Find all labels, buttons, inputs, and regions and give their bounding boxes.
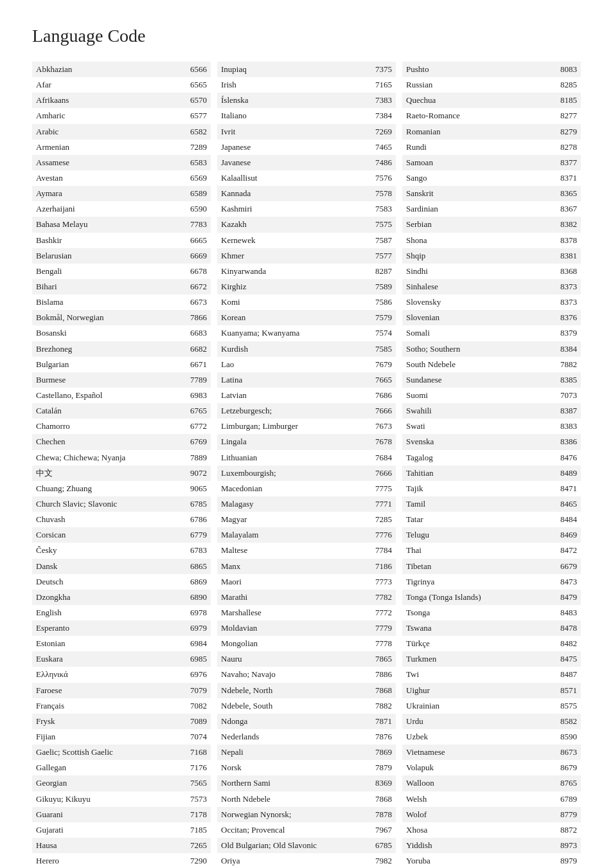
language-code: 6779 xyxy=(184,529,207,541)
table-row: Raeto-Romance8277 xyxy=(402,108,581,123)
language-name: Twi xyxy=(406,668,554,681)
table-row: Macedonian7775 xyxy=(217,481,396,496)
language-name: Kuanyama; Kwanyama xyxy=(221,327,369,339)
table-row: Guarani7178 xyxy=(32,807,211,822)
table-row: Bislama6673 xyxy=(32,294,211,310)
table-row: Euskara6985 xyxy=(32,651,211,667)
language-name: Burmese xyxy=(36,374,184,386)
table-row: Xhosa8872 xyxy=(402,822,581,838)
language-code: 7665 xyxy=(369,374,392,386)
table-row: Magyar7285 xyxy=(217,512,396,527)
language-code: 7886 xyxy=(369,668,392,681)
language-code: 7679 xyxy=(369,358,392,371)
language-code: 7176 xyxy=(184,761,207,774)
language-code: 7666 xyxy=(369,467,392,480)
language-name: Gaelic; Scottish Gaelic xyxy=(36,746,184,759)
table-row: Swati8383 xyxy=(402,419,581,434)
table-row: Khmer7577 xyxy=(217,248,396,264)
table-row: Marathi7782 xyxy=(217,590,396,605)
table-row: Georgian7565 xyxy=(32,775,211,791)
language-code: 7578 xyxy=(369,187,392,200)
table-row: Maltese7784 xyxy=(217,543,396,558)
table-row: Tibetan6679 xyxy=(402,559,581,574)
table-row: Ndonga7871 xyxy=(217,714,396,729)
language-name: Swahili xyxy=(406,404,554,417)
language-name: Korean xyxy=(221,311,369,324)
table-row: South Ndebele7882 xyxy=(402,357,581,372)
language-code: 7866 xyxy=(184,311,207,324)
language-name: Slovenian xyxy=(406,311,554,324)
table-row: Telugu8469 xyxy=(402,527,581,543)
language-name: Yoruba xyxy=(406,854,554,867)
table-row: Tahitian8489 xyxy=(402,466,581,481)
language-name: Chamorro xyxy=(36,420,184,433)
language-code: 8376 xyxy=(554,311,577,324)
language-name: Chechen xyxy=(36,435,184,448)
table-row: Amharic6577 xyxy=(32,108,211,123)
language-name: Thai xyxy=(406,544,554,557)
language-name: Kernewek xyxy=(221,234,369,247)
language-code: 7079 xyxy=(184,684,207,697)
language-code: 7583 xyxy=(369,203,392,215)
language-code: 7165 xyxy=(369,78,392,91)
language-name: Maori xyxy=(221,575,369,588)
language-code: 7074 xyxy=(184,730,207,743)
language-code: 7878 xyxy=(369,808,392,821)
language-name: Kazakh xyxy=(221,218,369,231)
table-row: Thai8472 xyxy=(402,543,581,558)
table-row: Kalaallisut7576 xyxy=(217,170,396,186)
language-code: 8384 xyxy=(554,343,577,356)
table-row: Oriya7982 xyxy=(217,853,396,868)
language-code: 8368 xyxy=(554,265,577,278)
table-row: Norwegian Nynorsk;7878 xyxy=(217,807,396,822)
language-code: 6577 xyxy=(184,109,207,122)
language-code: 6765 xyxy=(184,404,207,417)
language-code: 8278 xyxy=(554,141,577,154)
language-name: Corsican xyxy=(36,529,184,541)
language-name: Tibetan xyxy=(406,560,554,573)
language-code: 7285 xyxy=(369,513,392,526)
table-row: Bahasa Melayu7783 xyxy=(32,217,211,232)
language-name: Tamil xyxy=(406,498,554,511)
language-code: 7869 xyxy=(369,746,392,759)
language-code: 7576 xyxy=(369,172,392,185)
language-code: 6985 xyxy=(184,653,207,665)
table-row: Azerhaijani6590 xyxy=(32,201,211,217)
table-row: Assamese6583 xyxy=(32,155,211,170)
language-name: Frysk xyxy=(36,715,184,728)
table-row: Sinhalese8373 xyxy=(402,279,581,294)
table-row: Norsk7879 xyxy=(217,760,396,775)
language-code: 6582 xyxy=(184,125,207,138)
table-row: Swahili8387 xyxy=(402,403,581,419)
language-name: Uighur xyxy=(406,684,554,697)
table-row: Javanese7486 xyxy=(217,155,396,170)
language-code: 7678 xyxy=(369,435,392,448)
language-code: 7178 xyxy=(184,808,207,821)
table-row: Luxembourgish;7666 xyxy=(217,466,396,481)
language-name: Sindhi xyxy=(406,265,554,278)
table-row: Afrikaans6570 xyxy=(32,93,211,108)
language-name: Arabic xyxy=(36,125,184,138)
language-name: Hausa xyxy=(36,839,184,852)
language-code: 7783 xyxy=(184,218,207,231)
language-name: Swati xyxy=(406,420,554,433)
language-name: Fijian xyxy=(36,730,184,743)
table-row: Navaho; Navajo7886 xyxy=(217,667,396,682)
language-name: English xyxy=(36,606,184,619)
language-code: 8673 xyxy=(554,746,577,759)
language-name: Armenian xyxy=(36,141,184,154)
language-code: 8484 xyxy=(554,513,577,526)
language-name: Dzongkha xyxy=(36,591,184,604)
table-row: Tswana8478 xyxy=(402,620,581,636)
language-name: Ivrit xyxy=(221,125,369,138)
language-code: 7882 xyxy=(554,358,577,371)
language-code: 7577 xyxy=(369,249,392,262)
language-name: Romanian xyxy=(406,125,554,138)
language-name: Shona xyxy=(406,234,554,247)
language-code: 8382 xyxy=(554,218,577,231)
table-row: Gikuyu; Kikuyu7573 xyxy=(32,791,211,807)
table-row: Welsh6789 xyxy=(402,791,581,807)
table-row: Chamorro6772 xyxy=(32,419,211,434)
table-row: Volapuk8679 xyxy=(402,760,581,775)
table-row: Kashmiri7583 xyxy=(217,201,396,217)
